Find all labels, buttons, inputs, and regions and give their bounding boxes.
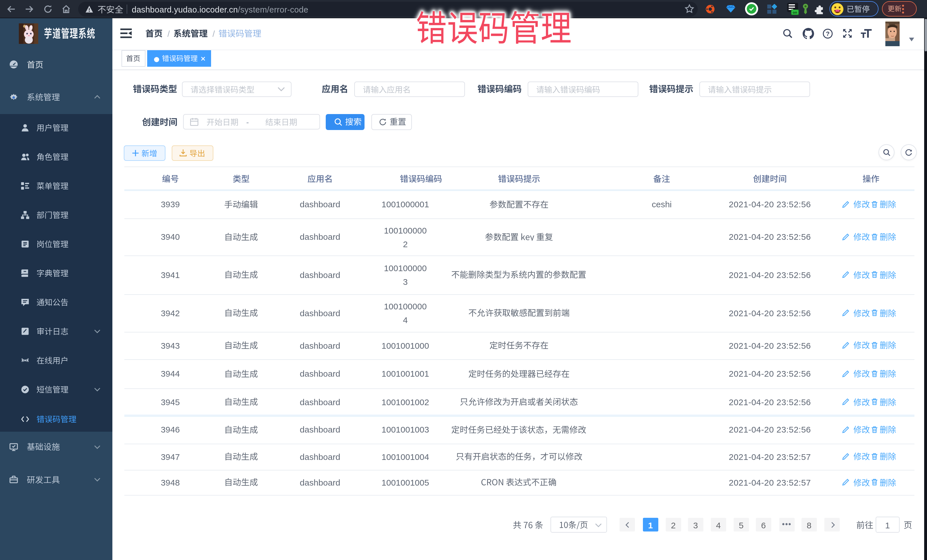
svg-text:on: on	[793, 10, 797, 15]
svg-text:?: ?	[826, 30, 830, 37]
